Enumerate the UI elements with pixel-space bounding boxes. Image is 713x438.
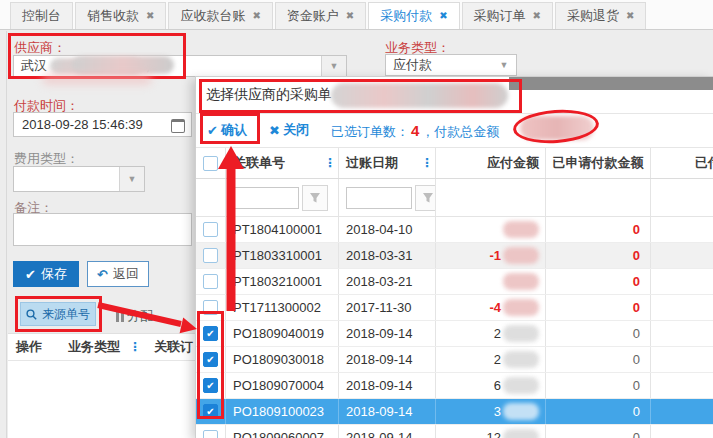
post-date-filter-input[interactable] [346, 187, 412, 209]
row-checkbox[interactable] [203, 378, 218, 393]
paid-amount-cell [651, 321, 713, 346]
table-row[interactable]: PT1803310001 2018-03-31 -1 0 [196, 243, 713, 269]
row-checkbox[interactable] [203, 326, 218, 341]
table-row[interactable]: PO1809030018 2018-09-14 2 0 [196, 347, 713, 373]
selected-count: 4 [409, 122, 421, 139]
order-number-cell: PT1711300002 [226, 295, 339, 320]
supplier-value: 武汉 [21, 57, 47, 75]
applied-amount-cell: 0 [546, 243, 651, 268]
column-header: 已付款金额 [651, 148, 713, 178]
tab[interactable]: 采购退货 ✖ [555, 2, 646, 29]
redaction-blur [520, 116, 594, 140]
calendar-icon[interactable] [171, 119, 185, 133]
applied-amount-cell: 0 [546, 217, 651, 242]
funnel-icon [422, 192, 434, 204]
remark-textarea[interactable] [13, 213, 192, 246]
column-menu-icon[interactable]: ⋮ [324, 156, 338, 170]
payable-amount-cell: -1 [436, 243, 546, 268]
supplier-value-suffix: ） [145, 57, 158, 75]
table-row[interactable]: PO1809060007 2018-09-14 12 0 [196, 425, 713, 438]
app-window: 控制台 ✖ 销售收款 ✖ 应收款台账 ✖ 资金账户 ✖ 采购付款 ✖ [0, 0, 713, 438]
column-menu-icon[interactable]: ⋮ [129, 340, 141, 354]
column-header: 应付金额 [436, 148, 546, 178]
table-row[interactable]: PO1809040019 2018-09-14 2 0 [196, 321, 713, 347]
table-row[interactable]: PT1803210001 2018-03-21 0 [196, 269, 713, 295]
confirm-button[interactable]: ✔ 确认 [207, 121, 247, 139]
supplier-select[interactable]: 武汉 ） ▼ [13, 55, 347, 77]
redaction-blur [503, 429, 539, 438]
tab[interactable]: 应收款台账 ✖ [168, 2, 272, 29]
tab-close-icon[interactable]: ✖ [146, 11, 154, 21]
table-row[interactable]: PT1804100001 2018-04-10 0 [196, 217, 713, 243]
tab[interactable]: 采购付款 ✖ [368, 2, 459, 29]
source-order-button[interactable]: 来源单号 [20, 302, 96, 326]
order-no-filter-input[interactable] [233, 187, 299, 209]
tab[interactable]: 资金账户 ✖ [275, 2, 366, 29]
posting-date-cell: 2018-09-14 [339, 347, 436, 372]
redaction-blur [50, 58, 142, 74]
assign-filter[interactable]: 分配 [116, 307, 153, 325]
tab-close-icon[interactable]: ✖ [533, 11, 541, 21]
back-button[interactable]: ↶ 返回 [87, 261, 149, 287]
paid-amount-cell [651, 399, 713, 424]
row-checkbox[interactable] [203, 404, 218, 419]
save-button[interactable]: ✔ 保存 [13, 261, 79, 287]
order-number-cell: PO1809060007 [226, 425, 339, 438]
applied-amount-cell: 0 [546, 399, 651, 424]
redaction-blur [503, 351, 539, 368]
filter-button[interactable] [302, 185, 328, 211]
tab-label: 资金账户 [287, 7, 339, 25]
check-icon: ✔ [207, 123, 218, 138]
payable-amount-cell [436, 217, 546, 242]
purchase-order-dialog: 选择供应商的采购单： ✔ 确认 ✖ 关闭 已选订单数：4，付款总金额 关联单号 … [195, 76, 713, 438]
payable-amount-cell: 2 [436, 321, 546, 346]
chevron-down-icon[interactable]: ▼ [119, 167, 144, 191]
close-button[interactable]: ✖ 关闭 [269, 121, 309, 139]
business-type-select[interactable]: 应付款 ▼ [385, 54, 517, 76]
business-type-value: 应付款 [393, 55, 432, 75]
posting-date-cell: 2018-04-10 [339, 217, 436, 242]
tab-close-icon[interactable]: ✖ [346, 11, 354, 21]
back-arrow-icon: ↶ [97, 267, 108, 282]
column-menu-icon[interactable]: ⋮ [421, 156, 435, 170]
row-checkbox[interactable] [203, 248, 218, 263]
row-checkbox[interactable] [203, 352, 218, 367]
paid-amount-cell [651, 373, 713, 398]
row-checkbox[interactable] [203, 430, 218, 438]
applied-amount-cell: 0 [546, 321, 651, 346]
paid-amount-cell [651, 425, 713, 438]
order-number-cell: PO1809040019 [226, 321, 339, 346]
row-checkbox[interactable] [203, 274, 218, 289]
chevron-down-icon[interactable]: ▼ [492, 55, 516, 75]
order-number-cell: PT1803310001 [226, 243, 339, 268]
panel-divider [6, 31, 7, 438]
redaction-blur [503, 299, 539, 316]
fee-type-select[interactable]: ▼ [13, 166, 145, 192]
check-icon: ✔ [25, 267, 36, 282]
filter-button[interactable] [415, 185, 436, 211]
tab-close-icon[interactable]: ✖ [626, 11, 634, 21]
pay-time-input[interactable]: 2018-09-28 15:46:39 [13, 112, 192, 137]
payable-amount-cell: 3 [436, 399, 546, 424]
applied-amount-cell: 0 [546, 269, 651, 294]
row-checkbox[interactable] [203, 300, 218, 315]
posting-date-cell: 2017-11-30 [339, 295, 436, 320]
select-all-checkbox[interactable] [203, 156, 218, 171]
tab[interactable]: 控制台 ✖ [10, 2, 73, 29]
dialog-title: 选择供应商的采购单： [206, 86, 346, 104]
table-row[interactable]: PT1711300002 2017-11-30 -4 0 [196, 295, 713, 321]
table-row[interactable]: PO1809070004 2018-09-14 6 0 [196, 373, 713, 399]
funnel-icon [309, 192, 321, 204]
table-row[interactable]: PO1809100023 2018-09-14 3 0 [196, 399, 713, 425]
row-checkbox[interactable] [203, 222, 218, 237]
column-header: 关联单号 [233, 154, 285, 172]
tab[interactable]: 采购订单 ✖ [462, 2, 553, 29]
chevron-down-icon[interactable]: ▼ [321, 56, 346, 76]
redaction-blur [503, 377, 539, 394]
redaction-blur [331, 83, 508, 108]
tab-label: 采购退货 [567, 7, 619, 25]
tab-close-icon[interactable]: ✖ [252, 11, 260, 21]
table-header-row: 关联单号 ⋮ 过账日期 ⋮ 应付金额 已申请付款金额 已付款金额 [196, 148, 713, 179]
tab-close-icon[interactable]: ✖ [439, 11, 447, 21]
tab[interactable]: 销售收款 ✖ [75, 2, 166, 29]
